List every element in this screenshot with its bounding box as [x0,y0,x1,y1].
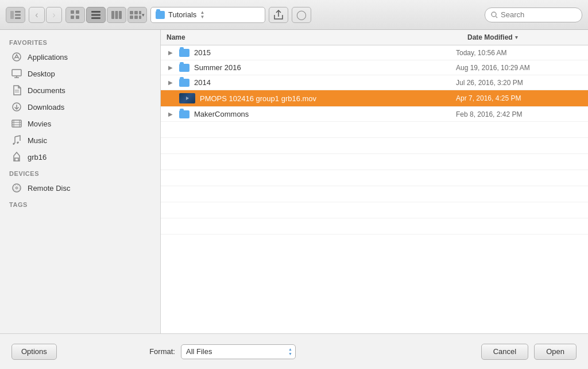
devices-label: Devices [0,166,160,179]
file-name: Summer 2016 [194,63,241,72]
expand-arrow: ▶ [167,79,175,87]
empty-row [161,170,588,186]
format-label: Format: [149,347,175,356]
sidebar-item-applications[interactable]: Applications [2,49,158,65]
location-arrows: ▲ ▼ [200,10,204,20]
sidebar-item-remote-disc[interactable]: Remote Disc [2,180,158,196]
documents-icon [11,85,22,95]
list-view-button[interactable] [86,7,106,23]
search-input[interactable] [501,10,575,19]
svg-point-20 [492,12,496,17]
file-list-header: Name Date Modified ▾ [161,30,588,45]
file-panel: Name Date Modified ▾ ▶ 2015 Today, 10:56… [161,30,588,333]
svg-rect-10 [91,17,100,19]
expand-arrow: ▶ [167,110,175,118]
cancel-button[interactable]: Cancel [481,344,528,360]
share-button[interactable] [269,7,288,23]
expand-arrow: ▶ [167,94,175,102]
svg-rect-11 [111,11,114,19]
sidebar-item-grb16[interactable]: grb16 [2,149,158,165]
empty-row [161,202,588,218]
svg-rect-9 [91,14,100,16]
svg-rect-13 [119,11,122,19]
table-row[interactable]: ▶ MakerCommons Feb 8, 2016, 2:42 PM [161,107,588,122]
column-view-button[interactable] [107,7,126,23]
forward-button[interactable]: › [46,7,62,23]
file-name: MakerCommons [194,110,249,118]
svg-rect-8 [91,11,100,13]
sidebar: Favorites Applications Desktop [0,30,161,333]
file-date: Aug 19, 2016, 10:29 AM [456,64,582,72]
folder-icon [179,64,189,72]
file-date: Apr 7, 2016, 4:25 PM [456,94,582,102]
sidebar-item-applications-label: Applications [28,53,68,62]
svg-rect-3 [15,17,21,19]
sidebar-item-downloads[interactable]: Downloads [2,99,158,115]
sidebar-item-music-label: Music [28,136,47,145]
svg-rect-17 [130,16,133,19]
file-list-body: ▶ 2015 Today, 10:56 AM ▶ Summer 2016 Aug… [161,45,588,333]
svg-rect-0 [10,11,14,19]
search-bar[interactable] [485,7,582,22]
options-button[interactable]: Options [11,344,57,360]
table-row[interactable]: ▶ Summer 2016 Aug 19, 2016, 10:29 AM [161,60,588,75]
location-bar[interactable]: Tutorials ▲ ▼ [150,7,265,23]
remote-disc-icon [11,183,22,193]
group-view-button[interactable]: ▾ [127,7,147,23]
file-row-name: ▶ Summer 2016 [167,63,456,72]
svg-rect-18 [134,16,138,19]
empty-row [161,154,588,170]
svg-rect-4 [71,10,74,14]
sidebar-item-downloads-label: Downloads [28,103,64,112]
col-date-header[interactable]: Date Modified ▾ [462,30,588,45]
expand-arrow: ▶ [167,49,175,57]
col-name-header[interactable]: Name [161,30,462,45]
empty-row [161,186,588,202]
svg-rect-2 [15,14,21,16]
search-icon [491,11,498,18]
movies-icon [11,118,22,129]
sidebar-toggle-button[interactable] [6,7,25,23]
tag-button[interactable]: ◯ [292,7,311,23]
format-dropdown[interactable]: All Files Movies Images Documents [181,344,296,359]
back-button[interactable]: ‹ [29,7,45,23]
expand-arrow: ▶ [167,64,175,72]
sidebar-item-movies[interactable]: Movies [2,116,158,132]
bottom-bar: Options Format: All Files Movies Images … [0,333,588,369]
table-row[interactable]: ▶ PMOPS 102416 group1 grb16.mov Apr 7, 2… [161,90,588,107]
sidebar-item-music[interactable]: Music [2,132,158,148]
empty-row [161,122,588,138]
file-name: 2015 [194,48,211,57]
sidebar-item-desktop[interactable]: Desktop [2,66,158,82]
grb16-icon [11,152,22,162]
file-row-name: ▶ MakerCommons [167,110,456,118]
file-date: Today, 10:56 AM [456,49,582,57]
file-date: Feb 8, 2016, 2:42 PM [456,110,582,118]
svg-rect-1 [15,11,21,13]
sidebar-item-documents-label: Documents [28,86,65,95]
svg-rect-7 [76,16,79,19]
view-mode-buttons: ▾ [65,7,147,23]
empty-row [161,218,588,235]
svg-rect-15 [134,11,138,14]
video-thumbnail [179,93,195,103]
svg-rect-19 [139,16,141,19]
favorites-label: Favorites [0,34,160,48]
format-select[interactable]: All Files Movies Images Documents ▲ ▼ [181,344,296,359]
file-name: 2014 [194,78,211,87]
music-icon [11,135,22,145]
sidebar-item-documents[interactable]: Documents [2,82,158,98]
nav-buttons: ‹ › [29,7,62,23]
location-name: Tutorials [168,10,196,19]
desktop-icon [11,68,22,79]
folder-icon [179,49,189,57]
open-button[interactable]: Open [534,344,577,360]
sidebar-item-remote-disc-label: Remote Disc [28,184,70,193]
downloads-icon [11,102,22,112]
file-date: Jul 26, 2016, 3:20 PM [456,79,582,87]
sidebar-item-grb16-label: grb16 [28,153,47,162]
icon-view-button[interactable] [65,7,85,23]
table-row[interactable]: ▶ 2015 Today, 10:56 AM [161,45,588,60]
table-row[interactable]: ▶ 2014 Jul 26, 2016, 3:20 PM [161,75,588,90]
svg-rect-24 [12,70,21,76]
